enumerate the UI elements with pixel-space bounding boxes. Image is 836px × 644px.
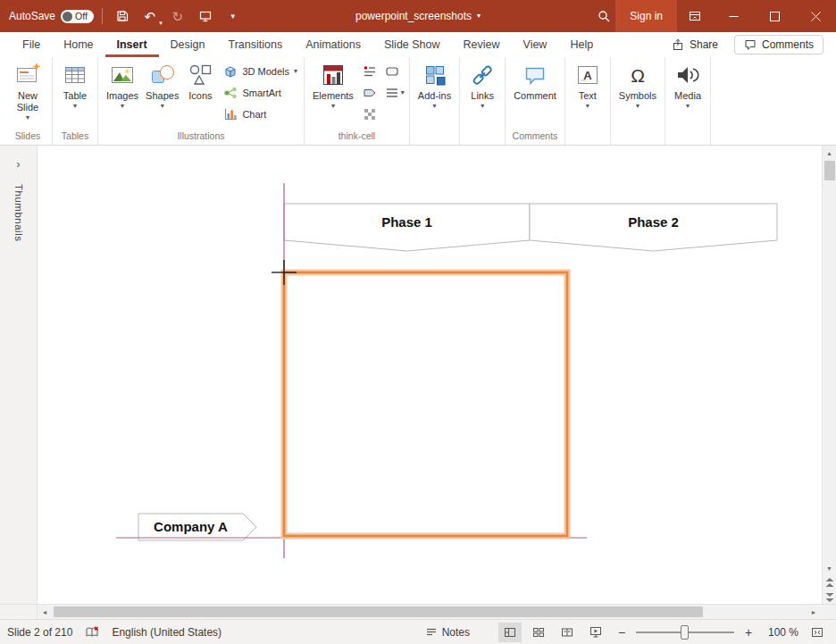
- slide-sorter-view-button[interactable]: [527, 623, 550, 642]
- comments-button[interactable]: Comments: [734, 35, 823, 54]
- minimize-button[interactable]: [713, 0, 754, 32]
- save-button[interactable]: [111, 4, 134, 28]
- undo-button[interactable]: ↶ ▾: [138, 4, 162, 28]
- new-slide-button[interactable]: New Slide ▾: [8, 59, 47, 130]
- images-button[interactable]: Images ▾: [103, 59, 142, 130]
- normal-view-button[interactable]: [498, 623, 522, 642]
- expand-thumbnails-chevron-icon[interactable]: ›: [16, 158, 20, 170]
- add-ins-label: Add-ins: [418, 90, 451, 102]
- title-chevron-icon: ▾: [477, 13, 481, 20]
- comments-label: Comments: [762, 38, 814, 51]
- slide-show-view-button[interactable]: [584, 623, 607, 642]
- tab-review[interactable]: Review: [452, 32, 512, 57]
- comment-icon: [522, 62, 548, 88]
- sign-in-button[interactable]: Sign in: [615, 0, 677, 32]
- ribbon-display-options-icon: [688, 9, 702, 23]
- zoom-in-button[interactable]: +: [740, 623, 757, 642]
- add-ins-button[interactable]: Add-ins ▾: [414, 59, 455, 130]
- autosave-toggle[interactable]: AutoSave Off: [9, 10, 94, 23]
- tab-file[interactable]: File: [11, 32, 52, 57]
- tab-help[interactable]: Help: [558, 32, 605, 57]
- phase1-label[interactable]: Phase 1: [284, 205, 530, 238]
- tc-lines-button[interactable]: ▾: [385, 85, 405, 101]
- maximize-button[interactable]: [754, 0, 795, 32]
- company-a-label[interactable]: Company A: [138, 514, 243, 539]
- language-indicator[interactable]: English (United States): [112, 626, 222, 639]
- search-button[interactable]: [592, 4, 615, 28]
- comment-button[interactable]: Comment: [510, 59, 560, 130]
- minimize-icon: [729, 12, 739, 21]
- scroll-right-button[interactable]: ►: [807, 605, 821, 619]
- zoom-level-button[interactable]: 100 %: [763, 626, 800, 639]
- ribbon-group-media: Media ▾: [665, 57, 711, 145]
- icons-button[interactable]: Icons: [182, 59, 218, 130]
- smartart-button[interactable]: SmartArt: [223, 85, 297, 101]
- vertical-scrollbar-thumb[interactable]: [824, 161, 835, 180]
- redo-button[interactable]: ↻: [166, 4, 189, 28]
- slide-canvas[interactable]: Phase 1 Phase 2 Company A: [38, 146, 822, 604]
- redo-icon: ↻: [172, 10, 184, 23]
- fit-slide-to-window-button[interactable]: [806, 623, 829, 642]
- ribbon-group-think-cell: Elements ▾: [305, 57, 410, 145]
- tab-view[interactable]: View: [512, 32, 559, 57]
- horizontal-scrollbar-track[interactable]: [52, 605, 807, 619]
- tab-insert[interactable]: Insert: [105, 32, 159, 57]
- ribbon-display-options-button[interactable]: [677, 4, 713, 28]
- tab-design[interactable]: Design: [159, 32, 217, 57]
- save-icon: [115, 9, 130, 23]
- customize-quick-access-button[interactable]: ▾: [222, 4, 245, 28]
- tc-elements-label: Elements: [313, 90, 354, 102]
- vertical-scrollbar[interactable]: ▲ ▼: [822, 146, 836, 604]
- scroll-left-button[interactable]: ◄: [38, 605, 52, 619]
- close-button[interactable]: [795, 0, 836, 32]
- tc-paste-grid-button[interactable]: [363, 106, 377, 122]
- chart-icon: [223, 107, 238, 121]
- previous-slide-button[interactable]: [823, 575, 836, 590]
- zoom-slider-thumb[interactable]: [681, 625, 689, 640]
- chart-button[interactable]: Chart: [223, 106, 297, 122]
- tc-lines-icon: [385, 86, 399, 100]
- share-button[interactable]: Share: [665, 36, 725, 54]
- tc-text-button[interactable]: [363, 63, 377, 79]
- scroll-up-arrow-icon: ▲: [826, 150, 832, 156]
- document-title[interactable]: powerpoint_screenshots ▾: [355, 0, 481, 32]
- share-label: Share: [690, 38, 718, 51]
- new-slide-label: New Slide: [12, 90, 44, 113]
- group-label-symbols: [615, 130, 660, 145]
- tab-transitions[interactable]: Transitions: [216, 32, 294, 57]
- text-button[interactable]: A Text ▾: [570, 59, 606, 130]
- start-presentation-button[interactable]: [194, 4, 217, 28]
- horizontal-scrollbar-thumb[interactable]: [54, 606, 703, 617]
- tc-elements-button[interactable]: Elements ▾: [309, 59, 357, 130]
- slide-number-indicator[interactable]: Slide 2 of 210: [7, 626, 72, 639]
- table-button[interactable]: Table ▾: [57, 59, 93, 130]
- notes-toggle-button[interactable]: Notes: [420, 623, 475, 641]
- scroll-up-button[interactable]: ▲: [823, 146, 836, 160]
- share-icon: [672, 38, 684, 51]
- media-button[interactable]: Media ▾: [670, 59, 706, 130]
- links-button[interactable]: Links ▾: [464, 59, 500, 130]
- tab-animations[interactable]: Animations: [294, 32, 372, 57]
- ribbon-group-tables: Table ▾ Tables: [53, 57, 98, 145]
- autosave-pill[interactable]: Off: [61, 10, 94, 23]
- 3d-models-button[interactable]: 3D Models ▾: [223, 63, 297, 79]
- zoom-slider[interactable]: [636, 623, 734, 641]
- spell-check-button[interactable]: [85, 626, 99, 639]
- tab-home[interactable]: Home: [52, 32, 104, 57]
- reading-view-button[interactable]: [556, 623, 579, 642]
- phase2-label[interactable]: Phase 2: [530, 205, 777, 238]
- add-ins-chevron-icon: ▾: [433, 103, 437, 110]
- symbols-button[interactable]: Ω Symbols ▾: [615, 59, 660, 130]
- horizontal-scrollbar[interactable]: ◄ ►: [0, 604, 836, 619]
- tc-rounded-rectangle-button[interactable]: [385, 63, 399, 79]
- thumbnails-panel[interactable]: › Thumbnails: [0, 146, 38, 604]
- scroll-down-button[interactable]: ▼: [823, 561, 836, 575]
- zoom-out-button[interactable]: −: [613, 623, 631, 642]
- ribbon-group-illustrations: Images ▾ Shapes ▾: [98, 57, 305, 145]
- tab-slide-show[interactable]: Slide Show: [372, 32, 452, 57]
- next-slide-button[interactable]: [823, 590, 836, 604]
- titlebar: AutoSave Off ↶ ▾ ↻: [0, 0, 836, 32]
- slide-sorter-icon: [531, 625, 546, 640]
- tc-pentagon-button[interactable]: [363, 85, 377, 101]
- shapes-button[interactable]: Shapes ▾: [142, 59, 182, 130]
